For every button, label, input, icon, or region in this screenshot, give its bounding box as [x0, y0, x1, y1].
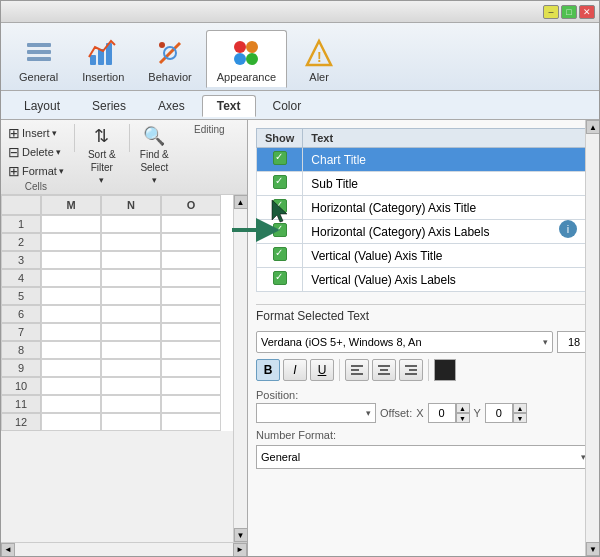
horizontal-scrollbar[interactable]: ◄ ► [1, 542, 247, 556]
cell-5-O[interactable] [161, 287, 221, 305]
offset-x-down[interactable]: ▼ [456, 413, 470, 423]
underline-button[interactable]: U [310, 359, 334, 381]
table-row[interactable]: Vertical (Value) Axis Title [257, 244, 591, 268]
sub-tab-axes[interactable]: Axes [143, 95, 200, 117]
text-sub-title[interactable]: Sub Title [303, 172, 591, 196]
cell-2-N[interactable] [101, 233, 161, 251]
close-button[interactable]: ✕ [579, 5, 595, 19]
cell-12-N[interactable] [101, 413, 161, 431]
cell-4-M[interactable] [41, 269, 101, 287]
offset-x-spinner[interactable]: ▲ ▼ [456, 403, 470, 423]
tab-behavior[interactable]: Behavior [138, 31, 201, 87]
cell-9-M[interactable] [41, 359, 101, 377]
tab-general[interactable]: General [9, 31, 68, 87]
text-v-axis-title[interactable]: Vertical (Value) Axis Title [303, 244, 591, 268]
tab-alerts[interactable]: ! Aler [291, 31, 347, 87]
check-sub-title[interactable] [257, 172, 303, 196]
format-button[interactable]: ⊞ Format ▾ [5, 162, 67, 180]
sub-tab-color[interactable]: Color [258, 95, 317, 117]
cell-6-N[interactable] [101, 305, 161, 323]
scroll-down-button[interactable]: ▼ [234, 528, 248, 542]
panel-scrollbar[interactable]: ▲ ▼ [585, 120, 599, 556]
align-left-button[interactable] [345, 359, 369, 381]
cell-4-O[interactable] [161, 269, 221, 287]
cell-3-N[interactable] [101, 251, 161, 269]
cell-3-M[interactable] [41, 251, 101, 269]
sub-tab-layout[interactable]: Layout [9, 95, 75, 117]
cell-9-O[interactable] [161, 359, 221, 377]
cell-7-O[interactable] [161, 323, 221, 341]
cell-8-M[interactable] [41, 341, 101, 359]
text-h-axis-title[interactable]: Horizontal (Category) Axis Title [303, 196, 591, 220]
text-chart-title[interactable]: Chart Title [303, 148, 591, 172]
check-chart-title[interactable] [257, 148, 303, 172]
cell-6-O[interactable] [161, 305, 221, 323]
checkbox-chart-title[interactable] [273, 151, 287, 165]
align-right-button[interactable] [399, 359, 423, 381]
scroll-up-button[interactable]: ▲ [234, 195, 248, 209]
cell-1-N[interactable] [101, 215, 161, 233]
cell-8-O[interactable] [161, 341, 221, 359]
table-row[interactable]: Vertical (Value) Axis Labels [257, 268, 591, 292]
offset-x-up[interactable]: ▲ [456, 403, 470, 413]
cell-11-N[interactable] [101, 395, 161, 413]
insert-button[interactable]: ⊞ Insert ▾ [5, 124, 67, 142]
checkbox-v-axis-labels[interactable] [273, 271, 287, 285]
checkbox-sub-title[interactable] [273, 175, 287, 189]
offset-y-input[interactable]: 0 [485, 403, 513, 423]
sort-filter-button[interactable]: ⇅ Sort & Filter ▾ [85, 124, 119, 186]
cell-3-O[interactable] [161, 251, 221, 269]
cell-12-M[interactable] [41, 413, 101, 431]
cell-4-N[interactable] [101, 269, 161, 287]
cell-6-M[interactable] [41, 305, 101, 323]
cell-10-M[interactable] [41, 377, 101, 395]
table-row[interactable]: Horizontal (Category) Axis Title [257, 196, 591, 220]
cell-2-M[interactable] [41, 233, 101, 251]
table-row[interactable]: Chart Title [257, 148, 591, 172]
cell-2-O[interactable] [161, 233, 221, 251]
check-v-axis-labels[interactable] [257, 268, 303, 292]
offset-x-input[interactable]: 0 [428, 403, 456, 423]
cell-7-M[interactable] [41, 323, 101, 341]
cell-5-M[interactable] [41, 287, 101, 305]
table-row[interactable]: Horizontal (Category) Axis Labels [257, 220, 591, 244]
panel-scroll-down[interactable]: ▼ [586, 542, 599, 556]
cell-1-M[interactable] [41, 215, 101, 233]
checkbox-v-axis-title[interactable] [273, 247, 287, 261]
table-row[interactable]: Sub Title [257, 172, 591, 196]
align-center-button[interactable] [372, 359, 396, 381]
cell-1-O[interactable] [161, 215, 221, 233]
cell-5-N[interactable] [101, 287, 161, 305]
delete-button[interactable]: ⊟ Delete ▾ [5, 143, 67, 161]
offset-y-spinner[interactable]: ▲ ▼ [513, 403, 527, 423]
font-name-select[interactable]: Verdana (iOS 5+, Windows 8, Andr ▾ [256, 331, 553, 353]
scroll-right-button[interactable]: ► [233, 543, 247, 557]
minimize-button[interactable]: – [543, 5, 559, 19]
italic-button[interactable]: I [283, 359, 307, 381]
maximize-button[interactable]: □ [561, 5, 577, 19]
cell-10-O[interactable] [161, 377, 221, 395]
font-color-button[interactable] [434, 359, 456, 381]
cell-10-N[interactable] [101, 377, 161, 395]
panel-scroll-up[interactable]: ▲ [586, 120, 599, 134]
text-h-axis-labels[interactable]: Horizontal (Category) Axis Labels [303, 220, 591, 244]
cell-11-M[interactable] [41, 395, 101, 413]
cell-7-N[interactable] [101, 323, 161, 341]
cell-11-O[interactable] [161, 395, 221, 413]
tab-appearance[interactable]: Appearance [206, 30, 287, 88]
sub-tab-series[interactable]: Series [77, 95, 141, 117]
find-select-button[interactable]: 🔍 Find & Select ▾ [137, 124, 172, 186]
bold-button[interactable]: B [256, 359, 280, 381]
info-icon[interactable]: i [559, 220, 577, 238]
cell-8-N[interactable] [101, 341, 161, 359]
sub-tab-text[interactable]: Text [202, 95, 256, 117]
tab-insertion[interactable]: Insertion [72, 31, 134, 87]
position-select[interactable]: ▾ [256, 403, 376, 423]
text-v-axis-labels[interactable]: Vertical (Value) Axis Labels [303, 268, 591, 292]
scroll-left-button[interactable]: ◄ [1, 543, 15, 557]
cell-12-O[interactable] [161, 413, 221, 431]
offset-y-up[interactable]: ▲ [513, 403, 527, 413]
offset-y-down[interactable]: ▼ [513, 413, 527, 423]
cell-9-N[interactable] [101, 359, 161, 377]
number-format-select[interactable]: General ▾ [256, 445, 591, 469]
